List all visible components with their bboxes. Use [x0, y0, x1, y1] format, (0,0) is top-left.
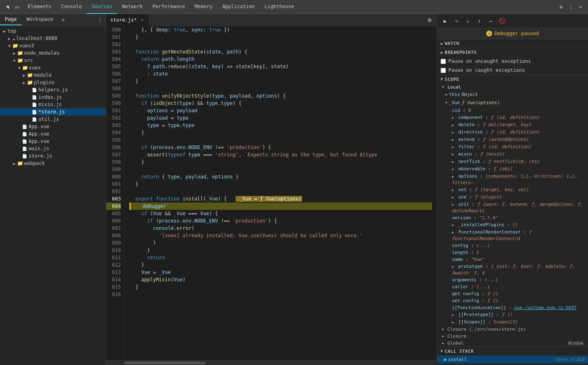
subtab-options[interactable]: ⋮ [94, 15, 106, 24]
tree-item-top[interactable]: ▶ top [0, 27, 106, 35]
config-val: (...) [477, 243, 490, 248]
closure2-label: Closure [448, 334, 466, 339]
tree-label-top: top [7, 28, 16, 34]
tab-memory[interactable]: Memory [190, 0, 217, 14]
device-icon[interactable]: ▭ [13, 3, 21, 11]
scope-mixin: ▶ mixin : ƒ (mixin) [437, 151, 588, 158]
del-arrow: ▶ [452, 123, 454, 127]
h-scrollbar[interactable] [106, 360, 437, 365]
scope-scopes: ▶ [[Scopes]] : Scopes[3] [437, 318, 588, 326]
tree-item-helpers-js[interactable]: ▶ 📄 helpers.js [0, 86, 106, 93]
format-icon[interactable]: ⊞ [425, 16, 434, 24]
top-toolbar: ◥ ▭ Elements Console Sources Network Per… [0, 0, 588, 14]
call-stack-install[interactable]: install store.js:610 [437, 356, 588, 363]
tree-item-app-vue-1[interactable]: ▶ 📄 App.vue [0, 123, 106, 130]
caller-val: (...) [477, 284, 490, 289]
tree-label-vuex: vuex [29, 65, 41, 71]
close-icon[interactable]: ✕ [577, 3, 585, 11]
tree-item-module[interactable]: ▶ 📁 module [0, 71, 106, 79]
file-icon-vue: 📄 [22, 125, 27, 129]
more-icon[interactable]: ⋮ [567, 3, 575, 11]
tree-item-vuex3[interactable]: ▼ 📁 vuex3 [0, 42, 106, 49]
closure1-arrow: ▶ [442, 327, 444, 331]
call-stack-vueuse[interactable]: Vue.use vue.runtime.esm.js:5674 [437, 363, 588, 365]
code-line-585: ? path.reduce((state, key) => state[key]… [129, 63, 432, 70]
tree-item-app-vue-2[interactable]: ▶ 📄 App.vue [0, 130, 106, 138]
pause-uncaught-checkbox[interactable] [441, 59, 446, 64]
global-header[interactable]: ▶ Global Window [437, 340, 588, 347]
funcloc-val[interactable]: vue.runtime.esm.js:5647 [514, 305, 576, 310]
code-line-606: if (process.env.NODE_ENV !== 'production… [129, 217, 432, 225]
scope-this: ▶ this Object [437, 91, 588, 99]
delete-key: delete [458, 122, 474, 127]
deactivate-btn[interactable]: 🚫 [498, 16, 507, 25]
spacer: ▶ [28, 102, 30, 107]
tree-item-util-js[interactable]: ▶ 📄 util.js [0, 116, 106, 123]
tab-sources[interactable]: Sources [87, 0, 117, 14]
tree-item-app-vue-3[interactable]: ▶ 📄 App.vue [0, 138, 106, 145]
local-header[interactable]: ▶ Local [437, 84, 588, 91]
editor-tab-store[interactable]: store.js* ✕ [106, 14, 149, 26]
tab-elements[interactable]: Elements [23, 0, 56, 14]
breakpoints-header[interactable]: ▶ Breakpoints [437, 48, 588, 57]
arrow-icon: ▶ [8, 36, 11, 41]
code-line-611: return [129, 254, 432, 261]
call-stack-title: Call Stack [445, 349, 474, 354]
arrow-icon: ▶ [3, 29, 6, 33]
tree-item-src[interactable]: ▼ 📁 src [0, 57, 106, 64]
breakpoints-section: ▶ Breakpoints Pause on uncaught exceptio… [437, 48, 588, 75]
pause-uncaught-item: Pause on uncaught exceptions [437, 57, 588, 66]
tree-item-store-js2[interactable]: ▶ 📄 store.js [0, 152, 106, 160]
tree-label-node-modules: node_modules [24, 50, 60, 56]
tree-item-plugins[interactable]: ▶ 📁 plugins [0, 79, 106, 86]
tab-application[interactable]: Application [217, 0, 259, 14]
step-btn[interactable]: → [486, 16, 495, 25]
tree-item-vuex[interactable]: ▼ 📁 vuex [0, 64, 106, 71]
filter-key: filter [458, 144, 474, 149]
fil-arrow: ▶ [452, 145, 454, 149]
installedplugins-key: _installedPlugins [458, 222, 504, 227]
tab-lighthouse[interactable]: Lighthouse [260, 0, 299, 14]
active-dot [444, 358, 446, 361]
closure2-header[interactable]: ▶ Closure [437, 333, 588, 340]
tab-console[interactable]: Console [56, 0, 87, 14]
tree-item-webpack[interactable]: ▶ 📁 webpack [0, 160, 106, 167]
tree-item-mixin-js[interactable]: ▶ 📄 mixin.js [0, 101, 106, 108]
scope-cid: cid : 0 [437, 107, 588, 114]
tree-item-store-js[interactable]: ▶ 📄 *store.js [0, 108, 106, 116]
resume-btn[interactable]: ▶ [441, 16, 450, 25]
step-out-btn[interactable]: ↑ [475, 16, 484, 25]
inspect-icon[interactable]: ◥ [3, 3, 11, 11]
cs-fn-install: install [448, 357, 554, 362]
proto2-arrow: ▶ [452, 313, 454, 317]
closure1-label: Closure (./src/vuex/store.js) [448, 327, 526, 332]
settings-icon[interactable]: ⚙ [557, 3, 565, 11]
tab-performance[interactable]: Performance [148, 0, 190, 14]
code-line-582 [129, 41, 432, 48]
tree-item-localhost[interactable]: ▶ ☁ localhost:8080 [0, 35, 106, 42]
tab-network[interactable]: Network [117, 0, 148, 14]
code-line-589: function unifyObjectStyle(type, payload,… [129, 92, 432, 100]
scope-nexttick: ▶ nextTick : ƒ nextTick(cb, ctx) [437, 158, 588, 165]
watch-header[interactable]: ▶ Watch [437, 39, 588, 48]
subtab-workspace[interactable]: Workspace [22, 14, 58, 25]
tree-item-node-modules[interactable]: ▶ 📁 node_modules [0, 49, 106, 57]
tree-item-index-js[interactable]: ▶ 📄 index.js [0, 93, 106, 101]
subtab-page[interactable]: Page [0, 14, 22, 25]
subtab-more[interactable]: » [58, 15, 68, 24]
scope-header[interactable]: ▶ Scope [437, 75, 588, 84]
proto-val: ƒ () [501, 312, 512, 317]
closure1-header[interactable]: ▶ Closure (./src/vuex/store.js) [437, 326, 588, 333]
pause-caught-checkbox[interactable] [441, 68, 446, 73]
file-panel: Page Workspace » ⋮ ▶ top ▶ ☁ localhost:8… [0, 14, 106, 365]
vue-arrow[interactable]: ▶ [443, 102, 450, 104]
code-area[interactable]: 580 581 582 583 584 585 586 587 588 589 … [106, 26, 437, 360]
scope-use: ▶ use : ƒ (plugin) [437, 194, 588, 201]
step-over-btn[interactable]: ↷ [452, 16, 461, 25]
call-stack-header[interactable]: ▶ Call Stack [437, 347, 588, 356]
tree-item-main-js[interactable]: ▶ 📄 main.js [0, 145, 106, 152]
code-line-616 [129, 291, 432, 298]
editor-tab-close[interactable]: ✕ [139, 17, 145, 23]
cs-arrow: ▶ [440, 350, 444, 352]
step-into-btn[interactable]: ↓ [463, 16, 472, 25]
